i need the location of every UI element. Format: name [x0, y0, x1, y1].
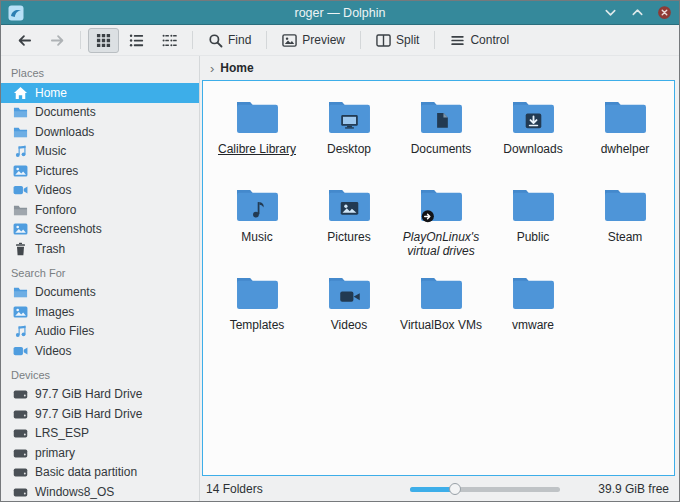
- titlebar[interactable]: roger — Dolphin: [1, 1, 679, 25]
- folder-item[interactable]: Videos: [303, 269, 395, 357]
- folder-item[interactable]: VirtualBox VMs: [395, 269, 487, 357]
- sidebar-item-label: Fonforo: [35, 203, 76, 217]
- sidebar-item-screenshots[interactable]: Screenshots: [1, 220, 199, 240]
- folder-label: Templates: [230, 318, 285, 332]
- details-view-button[interactable]: [121, 28, 152, 53]
- folder-icon: [602, 98, 649, 137]
- folder-item[interactable]: Pictures: [303, 181, 395, 269]
- preview-button[interactable]: Preview: [274, 28, 353, 53]
- free-space: 39.9 GiB free: [598, 482, 669, 496]
- folder-item[interactable]: PlayOnLinux's virtual drives: [395, 181, 487, 269]
- folder-icon: [602, 186, 649, 225]
- zoom-slider-track[interactable]: [410, 487, 560, 492]
- folder-label: Music: [241, 230, 272, 244]
- sidebar-item-primary[interactable]: primary: [1, 443, 199, 463]
- minimize-button[interactable]: [602, 5, 618, 21]
- folder-label: Desktop: [327, 142, 371, 156]
- sidebar-item-label: Home: [35, 86, 67, 100]
- trash-icon: [13, 242, 28, 256]
- maximize-button[interactable]: [629, 5, 645, 21]
- back-button[interactable]: [9, 28, 40, 53]
- sidebar-item-search-documents[interactable]: Documents: [1, 283, 199, 303]
- sidebar-item-hard-drive-2[interactable]: 97.7 GiB Hard Drive: [1, 404, 199, 424]
- hard-drive-icon: [13, 446, 28, 460]
- sidebar-item-videos[interactable]: Videos: [1, 181, 199, 201]
- sidebar-item-fonforo[interactable]: Fonforo: [1, 200, 199, 220]
- sidebar-item-music[interactable]: Music: [1, 142, 199, 162]
- folder-item[interactable]: vmware: [487, 269, 579, 357]
- folder-downloads-icon: [510, 98, 557, 137]
- sidebar-item-label: Windows8_OS: [35, 485, 114, 499]
- icons-view-button[interactable]: [88, 28, 119, 53]
- sidebar-item-search-videos[interactable]: Videos: [1, 341, 199, 361]
- sidebar-item-windows8-os[interactable]: Windows8_OS: [1, 482, 199, 501]
- folder-view[interactable]: Calibre Library Desktop Documents Downlo…: [202, 80, 675, 476]
- sidebar-item-label: Documents: [35, 285, 96, 299]
- sidebar-item-label: Images: [35, 305, 74, 319]
- folder-icon: [510, 274, 557, 313]
- sidebar-item-home[interactable]: Home: [1, 83, 199, 103]
- breadcrumb[interactable]: › Home: [200, 56, 679, 80]
- sidebar-item-search-images[interactable]: Images: [1, 302, 199, 322]
- control-button[interactable]: Control: [442, 28, 517, 53]
- sidebar-item-documents[interactable]: Documents: [1, 103, 199, 123]
- sidebar-item-label: Music: [35, 144, 66, 158]
- breadcrumb-location[interactable]: Home: [220, 61, 253, 75]
- zoom-slider[interactable]: [410, 481, 560, 497]
- dolphin-window: roger — Dolphin Find Preview Split: [0, 0, 680, 502]
- image-icon: [13, 164, 28, 178]
- sidebar-item-pictures[interactable]: Pictures: [1, 161, 199, 181]
- hard-drive-icon: [13, 485, 28, 499]
- sidebar-item-label: Downloads: [35, 125, 94, 139]
- sidebar-item-hard-drive-1[interactable]: 97.7 GiB Hard Drive: [1, 385, 199, 405]
- places-panel: Places Home Documents Downloads Music Pi…: [1, 56, 200, 501]
- sidebar-item-label: LRS_ESP: [35, 426, 89, 440]
- folder-label: Videos: [331, 318, 367, 332]
- folder-label: dwhelper: [601, 142, 650, 156]
- hard-drive-icon: [13, 387, 28, 401]
- video-icon: [13, 183, 28, 197]
- folder-documents-icon: [418, 98, 465, 137]
- sidebar-item-lrs-esp[interactable]: LRS_ESP: [1, 424, 199, 444]
- chevron-down-icon: [603, 5, 618, 20]
- folder-label: Public: [517, 230, 550, 244]
- folder-grid: Calibre Library Desktop Documents Downlo…: [203, 81, 674, 357]
- zoom-slider-handle[interactable]: [449, 483, 461, 495]
- folder-item[interactable]: Music: [211, 181, 303, 269]
- sidebar-item-label: Trash: [35, 242, 65, 256]
- compact-view-icon: [162, 33, 177, 48]
- folder-item[interactable]: Public: [487, 181, 579, 269]
- find-button[interactable]: Find: [200, 28, 259, 53]
- back-arrow-icon: [17, 33, 32, 48]
- preview-icon: [282, 33, 297, 48]
- folder-icon: [13, 105, 28, 119]
- music-note-icon: [13, 324, 28, 338]
- icons-view-icon: [96, 33, 111, 48]
- sidebar-item-downloads[interactable]: Downloads: [1, 122, 199, 142]
- folder-item[interactable]: Calibre Library: [211, 93, 303, 181]
- folder-label: Downloads: [503, 142, 562, 156]
- sidebar-item-basic-data-partition[interactable]: Basic data partition: [1, 463, 199, 483]
- forward-arrow-icon: [50, 33, 65, 48]
- folder-item[interactable]: dwhelper: [579, 93, 671, 181]
- hamburger-menu-icon: [450, 33, 465, 48]
- sidebar-item-label: primary: [35, 446, 75, 460]
- split-button[interactable]: Split: [368, 28, 427, 53]
- folder-label: VirtualBox VMs: [400, 318, 482, 332]
- folder-pictures-icon: [326, 186, 373, 225]
- window-body: Places Home Documents Downloads Music Pi…: [1, 56, 679, 501]
- folder-item[interactable]: Desktop: [303, 93, 395, 181]
- sidebar-item-search-audio-files[interactable]: Audio Files: [1, 322, 199, 342]
- forward-button[interactable]: [42, 28, 73, 53]
- compact-view-button[interactable]: [154, 28, 185, 53]
- sidebar-item-trash[interactable]: Trash: [1, 239, 199, 259]
- folder-item[interactable]: Templates: [211, 269, 303, 357]
- folder-videos-icon: [326, 274, 373, 313]
- close-button[interactable]: [656, 5, 672, 21]
- folder-item[interactable]: Steam: [579, 181, 671, 269]
- folder-item[interactable]: Downloads: [487, 93, 579, 181]
- folder-item[interactable]: Documents: [395, 93, 487, 181]
- video-icon: [13, 344, 28, 358]
- folder-music-icon: [234, 186, 281, 225]
- breadcrumb-chevron-icon: ›: [210, 61, 214, 76]
